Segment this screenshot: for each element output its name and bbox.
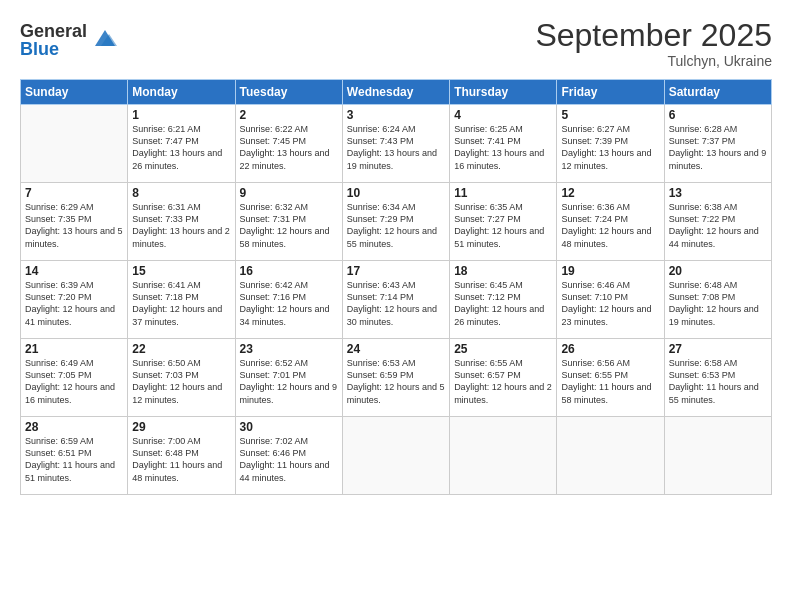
table-row: 11Sunrise: 6:35 AMSunset: 7:27 PMDayligh… <box>450 183 557 261</box>
day-info: Sunrise: 6:43 AMSunset: 7:14 PMDaylight:… <box>347 279 445 328</box>
day-info: Sunrise: 6:58 AMSunset: 6:53 PMDaylight:… <box>669 357 767 406</box>
day-number: 13 <box>669 186 767 200</box>
day-info: Sunrise: 6:27 AMSunset: 7:39 PMDaylight:… <box>561 123 659 172</box>
day-info: Sunrise: 6:35 AMSunset: 7:27 PMDaylight:… <box>454 201 552 250</box>
calendar-week-row: 7Sunrise: 6:29 AMSunset: 7:35 PMDaylight… <box>21 183 772 261</box>
table-row: 19Sunrise: 6:46 AMSunset: 7:10 PMDayligh… <box>557 261 664 339</box>
month-title: September 2025 <box>535 18 772 53</box>
table-row <box>450 417 557 495</box>
day-number: 12 <box>561 186 659 200</box>
day-number: 3 <box>347 108 445 122</box>
table-row: 28Sunrise: 6:59 AMSunset: 6:51 PMDayligh… <box>21 417 128 495</box>
table-row: 16Sunrise: 6:42 AMSunset: 7:16 PMDayligh… <box>235 261 342 339</box>
day-info: Sunrise: 7:02 AMSunset: 6:46 PMDaylight:… <box>240 435 338 484</box>
day-number: 16 <box>240 264 338 278</box>
day-info: Sunrise: 6:28 AMSunset: 7:37 PMDaylight:… <box>669 123 767 172</box>
col-thursday: Thursday <box>450 80 557 105</box>
header: General Blue September 2025 Tulchyn, Ukr… <box>20 18 772 69</box>
day-info: Sunrise: 6:38 AMSunset: 7:22 PMDaylight:… <box>669 201 767 250</box>
day-info: Sunrise: 6:31 AMSunset: 7:33 PMDaylight:… <box>132 201 230 250</box>
day-number: 27 <box>669 342 767 356</box>
col-friday: Friday <box>557 80 664 105</box>
logo-blue-text: Blue <box>20 40 87 58</box>
table-row <box>342 417 449 495</box>
day-number: 11 <box>454 186 552 200</box>
day-info: Sunrise: 6:21 AMSunset: 7:47 PMDaylight:… <box>132 123 230 172</box>
day-info: Sunrise: 6:36 AMSunset: 7:24 PMDaylight:… <box>561 201 659 250</box>
day-info: Sunrise: 7:00 AMSunset: 6:48 PMDaylight:… <box>132 435 230 484</box>
day-info: Sunrise: 6:55 AMSunset: 6:57 PMDaylight:… <box>454 357 552 406</box>
day-number: 17 <box>347 264 445 278</box>
col-saturday: Saturday <box>664 80 771 105</box>
day-number: 29 <box>132 420 230 434</box>
calendar-week-row: 14Sunrise: 6:39 AMSunset: 7:20 PMDayligh… <box>21 261 772 339</box>
calendar-week-row: 21Sunrise: 6:49 AMSunset: 7:05 PMDayligh… <box>21 339 772 417</box>
table-row: 8Sunrise: 6:31 AMSunset: 7:33 PMDaylight… <box>128 183 235 261</box>
calendar-week-row: 28Sunrise: 6:59 AMSunset: 6:51 PMDayligh… <box>21 417 772 495</box>
day-number: 26 <box>561 342 659 356</box>
table-row: 25Sunrise: 6:55 AMSunset: 6:57 PMDayligh… <box>450 339 557 417</box>
day-number: 14 <box>25 264 123 278</box>
table-row: 30Sunrise: 7:02 AMSunset: 6:46 PMDayligh… <box>235 417 342 495</box>
day-info: Sunrise: 6:32 AMSunset: 7:31 PMDaylight:… <box>240 201 338 250</box>
calendar-table: Sunday Monday Tuesday Wednesday Thursday… <box>20 79 772 495</box>
day-info: Sunrise: 6:50 AMSunset: 7:03 PMDaylight:… <box>132 357 230 406</box>
day-number: 7 <box>25 186 123 200</box>
table-row: 13Sunrise: 6:38 AMSunset: 7:22 PMDayligh… <box>664 183 771 261</box>
table-row: 15Sunrise: 6:41 AMSunset: 7:18 PMDayligh… <box>128 261 235 339</box>
page: General Blue September 2025 Tulchyn, Ukr… <box>0 0 792 612</box>
table-row: 6Sunrise: 6:28 AMSunset: 7:37 PMDaylight… <box>664 105 771 183</box>
col-tuesday: Tuesday <box>235 80 342 105</box>
table-row: 29Sunrise: 7:00 AMSunset: 6:48 PMDayligh… <box>128 417 235 495</box>
day-info: Sunrise: 6:56 AMSunset: 6:55 PMDaylight:… <box>561 357 659 406</box>
day-number: 23 <box>240 342 338 356</box>
day-number: 25 <box>454 342 552 356</box>
day-info: Sunrise: 6:22 AMSunset: 7:45 PMDaylight:… <box>240 123 338 172</box>
table-row: 18Sunrise: 6:45 AMSunset: 7:12 PMDayligh… <box>450 261 557 339</box>
day-number: 1 <box>132 108 230 122</box>
day-number: 4 <box>454 108 552 122</box>
day-info: Sunrise: 6:34 AMSunset: 7:29 PMDaylight:… <box>347 201 445 250</box>
day-number: 2 <box>240 108 338 122</box>
day-info: Sunrise: 6:39 AMSunset: 7:20 PMDaylight:… <box>25 279 123 328</box>
day-info: Sunrise: 6:49 AMSunset: 7:05 PMDaylight:… <box>25 357 123 406</box>
table-row: 1Sunrise: 6:21 AMSunset: 7:47 PMDaylight… <box>128 105 235 183</box>
col-monday: Monday <box>128 80 235 105</box>
table-row: 9Sunrise: 6:32 AMSunset: 7:31 PMDaylight… <box>235 183 342 261</box>
table-row: 24Sunrise: 6:53 AMSunset: 6:59 PMDayligh… <box>342 339 449 417</box>
table-row: 22Sunrise: 6:50 AMSunset: 7:03 PMDayligh… <box>128 339 235 417</box>
table-row: 23Sunrise: 6:52 AMSunset: 7:01 PMDayligh… <box>235 339 342 417</box>
table-row: 10Sunrise: 6:34 AMSunset: 7:29 PMDayligh… <box>342 183 449 261</box>
day-info: Sunrise: 6:42 AMSunset: 7:16 PMDaylight:… <box>240 279 338 328</box>
day-info: Sunrise: 6:29 AMSunset: 7:35 PMDaylight:… <box>25 201 123 250</box>
day-info: Sunrise: 6:25 AMSunset: 7:41 PMDaylight:… <box>454 123 552 172</box>
logo-general-text: General <box>20 22 87 40</box>
table-row: 21Sunrise: 6:49 AMSunset: 7:05 PMDayligh… <box>21 339 128 417</box>
table-row: 26Sunrise: 6:56 AMSunset: 6:55 PMDayligh… <box>557 339 664 417</box>
col-sunday: Sunday <box>21 80 128 105</box>
logo-icon <box>91 24 119 52</box>
day-number: 24 <box>347 342 445 356</box>
day-number: 18 <box>454 264 552 278</box>
calendar-header-row: Sunday Monday Tuesday Wednesday Thursday… <box>21 80 772 105</box>
col-wednesday: Wednesday <box>342 80 449 105</box>
day-info: Sunrise: 6:45 AMSunset: 7:12 PMDaylight:… <box>454 279 552 328</box>
day-number: 15 <box>132 264 230 278</box>
day-info: Sunrise: 6:24 AMSunset: 7:43 PMDaylight:… <box>347 123 445 172</box>
table-row <box>557 417 664 495</box>
day-number: 30 <box>240 420 338 434</box>
table-row: 14Sunrise: 6:39 AMSunset: 7:20 PMDayligh… <box>21 261 128 339</box>
table-row <box>664 417 771 495</box>
table-row: 27Sunrise: 6:58 AMSunset: 6:53 PMDayligh… <box>664 339 771 417</box>
day-number: 6 <box>669 108 767 122</box>
table-row: 17Sunrise: 6:43 AMSunset: 7:14 PMDayligh… <box>342 261 449 339</box>
location-subtitle: Tulchyn, Ukraine <box>535 53 772 69</box>
day-number: 9 <box>240 186 338 200</box>
day-info: Sunrise: 6:46 AMSunset: 7:10 PMDaylight:… <box>561 279 659 328</box>
logo: General Blue <box>20 22 119 58</box>
day-number: 8 <box>132 186 230 200</box>
day-number: 5 <box>561 108 659 122</box>
day-number: 10 <box>347 186 445 200</box>
table-row: 20Sunrise: 6:48 AMSunset: 7:08 PMDayligh… <box>664 261 771 339</box>
table-row: 5Sunrise: 6:27 AMSunset: 7:39 PMDaylight… <box>557 105 664 183</box>
